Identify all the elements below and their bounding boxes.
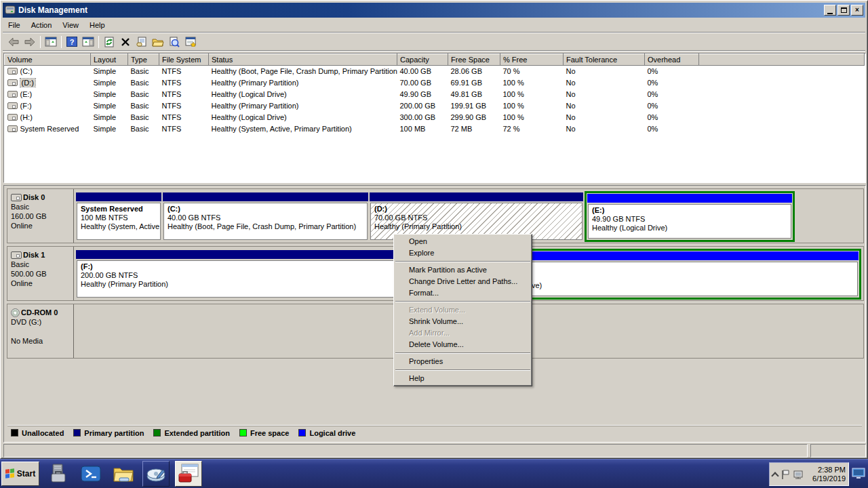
menu-view[interactable]: View <box>57 19 84 31</box>
col-volume[interactable]: Volume <box>5 54 91 66</box>
menu-item-open[interactable]: Open <box>394 236 532 247</box>
show-action-pane-icon[interactable] <box>80 35 96 49</box>
volume-row-f[interactable]: (F:) SimpleBasic NTFSHealthy (Primary Pa… <box>5 100 865 112</box>
toolbar-separator <box>98 36 99 48</box>
taskbar-app-disk-utility[interactable] <box>142 461 170 487</box>
col-type[interactable]: Type <box>128 54 159 66</box>
menu-separator <box>395 301 530 302</box>
legend: Unallocated Primary partition Extended p… <box>7 426 862 439</box>
volume-row-e[interactable]: (E:) SimpleBasic NTFSHealthy (Logical Dr… <box>5 89 865 100</box>
taskbar-app-server-manager[interactable] <box>45 461 72 487</box>
title-bar[interactable]: Disk Management × <box>3 3 865 18</box>
clock-date: 6/19/2019 <box>812 474 846 483</box>
menu-bar: File Action View Help <box>3 18 865 33</box>
start-button[interactable]: Start <box>1 462 39 486</box>
legend-swatch-logical <box>298 429 306 436</box>
col-file-system[interactable]: File System <box>159 54 209 66</box>
disk-management-window: Disk Management × File Action View Help … <box>0 0 868 459</box>
disk-icon <box>11 194 22 201</box>
col-layout[interactable]: Layout <box>91 54 128 66</box>
col-fault-tolerance[interactable]: Fault Tolerance <box>564 54 645 66</box>
open-folder-icon[interactable] <box>150 35 166 49</box>
help-icon[interactable]: ? <box>64 35 80 49</box>
legend-swatch-primary <box>73 429 81 436</box>
disk0-label[interactable]: Disk 0 Basic 160.00 GB Online <box>7 189 74 243</box>
close-button[interactable]: × <box>851 5 863 16</box>
col-overhead[interactable]: Overhead <box>645 54 699 66</box>
menu-item-properties[interactable]: Properties <box>394 356 532 367</box>
windows-logo-icon <box>5 468 15 479</box>
col-capacity[interactable]: Capacity <box>397 54 448 66</box>
menu-item-help[interactable]: Help <box>394 373 532 384</box>
taskbar-app-computer-management-active[interactable] <box>175 461 202 487</box>
menu-help[interactable]: Help <box>84 19 111 31</box>
primary-partition-strip <box>76 192 161 201</box>
minimize-button[interactable] <box>824 5 836 16</box>
action-center-flag-icon[interactable] <box>781 469 790 480</box>
table-header-row: Volume Layout Type File System Status Ca… <box>5 54 865 66</box>
clock-time: 2:38 PM <box>812 466 846 474</box>
volume-row-system-reserved[interactable]: System Reserved SimpleBasic NTFSHealthy … <box>5 123 865 135</box>
menu-item-delete-volume[interactable]: Delete Volume... <box>394 339 532 350</box>
partition-system-reserved[interactable]: System Reserved 100 MB NTFS Healthy (Sys… <box>76 192 161 241</box>
menu-action[interactable]: Action <box>26 19 58 31</box>
status-panel-right <box>810 444 866 458</box>
menu-separator <box>395 352 530 354</box>
col-filler <box>699 54 865 66</box>
disk1-label[interactable]: Disk 1 Basic 500.00 GB Online <box>7 247 74 300</box>
logical-drive-strip <box>587 194 792 203</box>
menu-separator <box>395 369 530 371</box>
maximize-button[interactable] <box>837 5 850 16</box>
partition-c[interactable]: (C:) 40.00 GB NTFS Healthy (Boot, Page F… <box>163 192 368 241</box>
drive-icon <box>7 79 18 86</box>
menu-item-change-drive-letter[interactable]: Change Drive Letter and Paths... <box>394 276 532 287</box>
menu-item-explore[interactable]: Explore <box>394 247 532 259</box>
system-tray: 2:38 PM 6/19/2019 <box>769 462 849 486</box>
menu-file[interactable]: File <box>3 19 26 31</box>
drive-icon <box>7 125 18 132</box>
legend-logical-drive: Logical drive <box>298 429 355 437</box>
menu-separator <box>395 261 530 262</box>
col-status[interactable]: Status <box>209 54 397 66</box>
network-icon[interactable] <box>793 469 804 480</box>
col-pct-free[interactable]: % Free <box>500 54 564 66</box>
taskbar-app-powershell[interactable] <box>77 461 104 487</box>
toolbar-separator <box>40 36 41 48</box>
forward-icon[interactable] <box>22 35 38 49</box>
col-free-space[interactable]: Free Space <box>448 54 500 66</box>
taskbar-app-file-explorer[interactable] <box>110 461 137 487</box>
taskbar-clock[interactable]: 2:38 PM 6/19/2019 <box>812 466 846 483</box>
legend-extended-partition: Extended partition <box>153 429 230 437</box>
volume-row-d[interactable]: (D:) SimpleBasic NTFSHealthy (Primary Pa… <box>5 77 865 89</box>
drive-icon <box>7 114 18 121</box>
cd-icon <box>11 308 20 317</box>
settings-icon[interactable] <box>182 35 199 49</box>
drive-icon <box>7 68 18 75</box>
properties-icon[interactable] <box>134 35 150 49</box>
legend-free-space: Free space <box>239 429 289 437</box>
show-desktop-icon[interactable] <box>852 468 865 479</box>
primary-partition-strip <box>163 192 368 201</box>
show-console-tree-icon[interactable] <box>43 35 59 49</box>
menu-item-extend-volume: Extend Volume... <box>394 304 532 316</box>
menu-item-shrink-volume[interactable]: Shrink Volume... <box>394 316 532 327</box>
rescan-disks-icon[interactable] <box>166 35 182 49</box>
menu-item-add-mirror: Add Mirror... <box>394 327 532 339</box>
delete-icon[interactable] <box>117 35 134 49</box>
volume-row-c[interactable]: (C:) SimpleBasic NTFSHealthy (Boot, Page… <box>5 66 865 77</box>
back-icon[interactable] <box>5 35 22 49</box>
status-bar <box>3 444 866 458</box>
refresh-icon[interactable] <box>101 35 117 49</box>
legend-swatch-extended <box>153 429 161 436</box>
drive-icon <box>7 102 18 109</box>
partition-e[interactable]: (E:) 49.90 GB NTFS Healthy (Logical Driv… <box>585 191 795 242</box>
cdrom0-label[interactable]: CD-ROM 0 DVD (G:) No Media <box>7 304 74 358</box>
drive-icon <box>7 91 18 98</box>
volume-row-h[interactable]: (H:) SimpleBasic NTFSHealthy (Logical Dr… <box>5 112 865 123</box>
tray-chevron-icon[interactable] <box>771 472 778 479</box>
menu-item-mark-partition-active[interactable]: Mark Partition as Active <box>394 264 532 276</box>
legend-unallocated: Unallocated <box>11 429 64 437</box>
menu-item-format[interactable]: Format... <box>394 287 532 299</box>
volume-table: Volume Layout Type File System Status Ca… <box>4 54 865 135</box>
toolbar-separator <box>61 36 62 48</box>
